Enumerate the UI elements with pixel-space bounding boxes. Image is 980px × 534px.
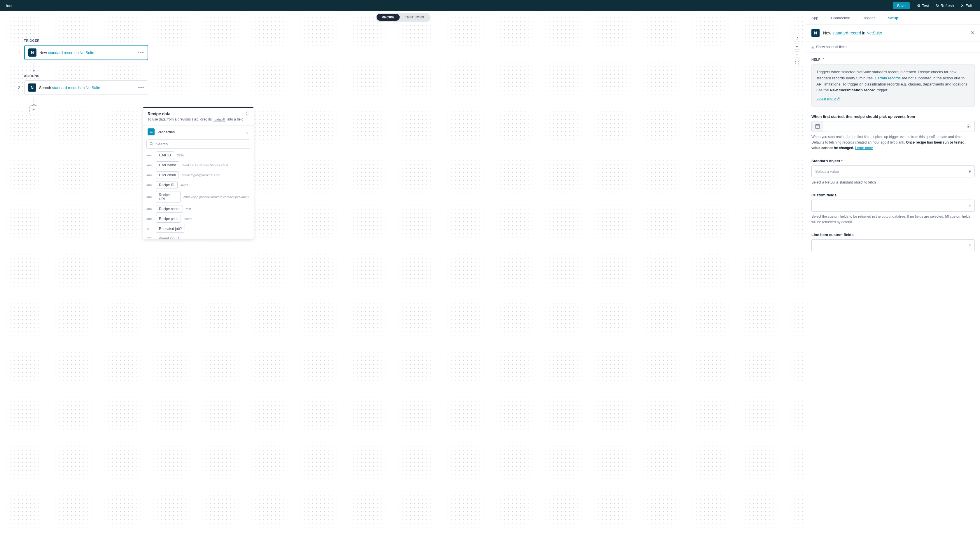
step-2[interactable]: 2 N Search standard records in NetSuite …	[16, 80, 148, 95]
lineitem-fields-select[interactable]: ▾	[811, 239, 975, 251]
netsuite-icon: N	[28, 83, 36, 92]
datapill-chip: datapill	[213, 117, 226, 122]
field-start-date: When first started, this recipe should p…	[811, 115, 975, 151]
step-text: Search standard records in NetSuite	[39, 86, 135, 90]
standard-object-select[interactable]: Select a value ▾	[811, 166, 975, 177]
refresh-button[interactable]: ↻ Refresh	[934, 2, 956, 10]
connector	[33, 63, 34, 72]
svg-line-4	[152, 145, 153, 146]
zoom-out-button[interactable]: −	[794, 51, 800, 58]
search-input[interactable]	[156, 142, 247, 146]
text-link: standard records	[52, 86, 81, 90]
pill[interactable]: Repeated job?	[156, 225, 185, 233]
pill[interactable]: User email	[156, 171, 179, 179]
pill-value: Home	[184, 217, 192, 221]
more-icon[interactable]: •••	[138, 84, 145, 91]
datapill-row[interactable]: ABCRecipe URLhttps://app.preview.workato…	[146, 191, 250, 203]
expand-icon[interactable]	[246, 112, 249, 116]
pill[interactable]: Recipe name	[156, 205, 183, 213]
pill[interactable]: Recipe URL	[156, 191, 181, 203]
calendar-icon[interactable]	[812, 121, 823, 132]
pill[interactable]: User name	[156, 161, 180, 169]
pill-value: Workato Customer Success test	[182, 163, 228, 167]
text-in: in	[81, 86, 86, 90]
nav-trigger[interactable]: Trigger	[863, 16, 875, 20]
learn-more-link[interactable]: Learn more	[855, 146, 873, 150]
pill-type: ABC	[146, 184, 153, 187]
pill-value: bennett.goh@workato.com	[182, 173, 220, 177]
text: in	[861, 30, 867, 35]
datapill-row[interactable]: ABCRecipe ID40209	[146, 181, 250, 189]
exit-button[interactable]: ✕ Exit	[958, 2, 974, 10]
text-app: NetSuite	[80, 51, 94, 55]
pill-type: ⊘	[146, 227, 153, 231]
pill-type: ABC	[146, 218, 153, 220]
nav-app[interactable]: App	[811, 16, 818, 20]
grid-icon[interactable]	[963, 121, 974, 132]
step-1[interactable]: 1 N New standard record in NetSuite •••	[16, 45, 148, 60]
datapill-row[interactable]: ABCParent job ID	[146, 235, 250, 239]
test-button[interactable]: ⚙ Test	[915, 2, 931, 10]
fit-button[interactable]: ⛶	[794, 59, 800, 66]
certain-records-link[interactable]: Certain records	[875, 76, 900, 80]
pill[interactable]: Recipe path	[156, 215, 181, 223]
properties-header[interactable]: Properties ⌄	[143, 125, 254, 138]
gear-icon: ⚙	[917, 3, 921, 8]
recipe-data-panel: Recipe data To use data from a previous …	[143, 107, 254, 239]
date-field[interactable]	[823, 121, 963, 132]
svg-rect-5	[816, 124, 819, 128]
sub-text2: into a field	[226, 117, 243, 121]
sidebar-body: HELP ⌃ Triggers when selected NetSuite s…	[806, 53, 980, 263]
refresh-label: Refresh	[940, 3, 954, 8]
datapill-row[interactable]: ABCRecipe pathHome	[146, 215, 250, 223]
more-icon[interactable]: •••	[138, 49, 144, 56]
pill-type: ABC	[146, 174, 153, 177]
save-button[interactable]: Save	[893, 2, 910, 10]
add-step-button[interactable]: +	[29, 105, 38, 114]
datapill-row[interactable]: ⊘Repeated job?	[146, 225, 250, 233]
nav-connection[interactable]: Connection	[831, 16, 850, 20]
svg-rect-0	[150, 131, 153, 131]
datapill-row[interactable]: ABCUser emailbennett.goh@workato.com	[146, 171, 250, 179]
pill[interactable]: Parent job ID	[156, 235, 182, 239]
eye-icon: ◎	[811, 45, 815, 49]
custom-fields-select[interactable]: ▾	[811, 199, 975, 212]
svg-point-12	[967, 126, 967, 127]
action-card[interactable]: N Search standard records in NetSuite ••…	[24, 80, 148, 95]
sub-text: To use data from a previous step, drag i…	[148, 117, 213, 121]
sidebar-nav: App → Connection → Trigger → Setup	[806, 11, 980, 25]
zoom-in-button[interactable]: +	[794, 43, 800, 49]
external-link-icon: ↗	[837, 96, 840, 102]
svg-rect-2	[150, 132, 153, 133]
help-section-label[interactable]: HELP ⌃	[811, 57, 975, 61]
datapill-row[interactable]: ABCUser ID3218	[146, 151, 250, 159]
canvas: RECIPE TEST JOBS ↺ + − ⛶ TRIGGER 1 N New…	[0, 11, 806, 534]
pill-type: ABC	[146, 164, 153, 167]
datapill-row[interactable]: ABCUser nameWorkato Customer Success tes…	[146, 161, 250, 169]
pill-type: ABC	[146, 208, 153, 210]
arrow-icon: →	[822, 15, 827, 21]
svg-point-16	[968, 128, 969, 128]
datapill-row[interactable]: ABCRecipe nametest	[146, 205, 250, 213]
label-text: Standard object	[811, 159, 840, 163]
exit-label: Exit	[966, 3, 972, 8]
learn-more-link[interactable]: Learn more ↗	[816, 96, 840, 102]
close-button[interactable]: ✕	[970, 30, 975, 36]
test-jobs-tab[interactable]: TEST JOBS	[400, 14, 430, 21]
recipe-tab[interactable]: RECIPE	[377, 14, 400, 21]
field-label: Line item custom fields	[811, 233, 975, 237]
nav-setup[interactable]: Setup	[888, 16, 898, 24]
date-input[interactable]	[811, 121, 975, 132]
actions-section-label: ACTIONS	[24, 74, 148, 78]
pill[interactable]: User ID	[156, 151, 174, 159]
datapill-list: ABCUser ID3218 ABCUser nameWorkato Custo…	[143, 151, 254, 239]
help-text: HELP	[811, 58, 821, 61]
close-icon: ✕	[961, 3, 964, 8]
show-optional-toggle[interactable]: ◎ Show optional fields	[806, 41, 980, 53]
search-box[interactable]	[146, 139, 250, 148]
pill[interactable]: Recipe ID	[156, 181, 178, 189]
trigger-card[interactable]: N New standard record in NetSuite •••	[24, 45, 148, 60]
undo-button[interactable]: ↺	[794, 35, 800, 41]
step-number: 2	[16, 86, 20, 90]
pill-value: 3218	[177, 153, 184, 157]
